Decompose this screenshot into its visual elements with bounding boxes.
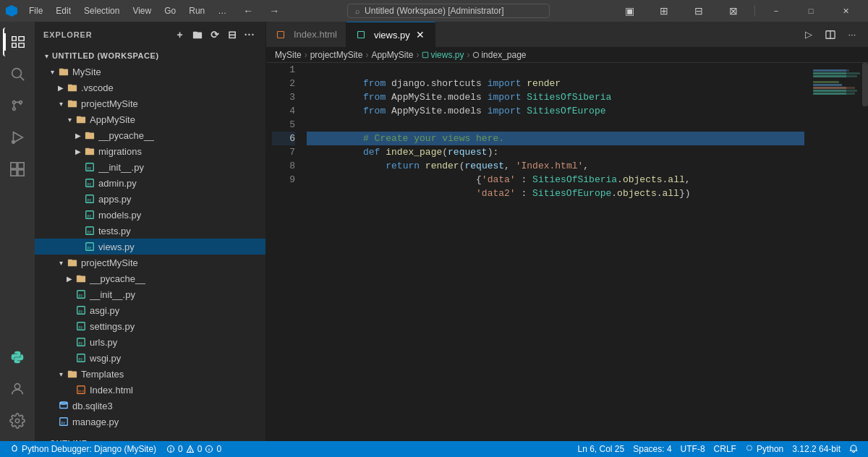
activity-python[interactable] (3, 343, 32, 372)
collapse-all-button[interactable]: ⊟ (225, 27, 239, 42)
title-search-bar[interactable]: ⌕ Untitled (Workspace) [Administrator] (347, 4, 550, 18)
status-line-ending[interactable]: CRLF (710, 441, 741, 457)
breadcrumb-sep2: › (365, 50, 368, 60)
activity-explorer[interactable] (3, 27, 32, 56)
more-actions-button[interactable]: ··· (242, 27, 257, 42)
tree-migrations[interactable]: ▶ migrations (35, 143, 265, 159)
svg-text:html: html (78, 389, 84, 393)
code-editor[interactable]: 1 2 3 4 5 6 7 8 9 from django.shortcuts … (266, 63, 868, 441)
nav-forward-button[interactable]: → (264, 1, 284, 21)
menu-run[interactable]: Run (183, 4, 210, 17)
breadcrumb-project[interactable]: projectMySite (310, 50, 363, 60)
menu-go[interactable]: Go (158, 4, 182, 17)
tree-appmysite[interactable]: ▾ AppMySite (35, 111, 265, 127)
tree-workspace[interactable]: ▾ UNTITLED (WORKSPACE) (35, 48, 265, 64)
breadcrumb-sep4: › (467, 50, 469, 60)
more-tabs-button[interactable]: ··· (842, 25, 862, 45)
new-folder-button[interactable] (190, 27, 205, 42)
layout-btn-4[interactable]: ⊠ (717, 0, 750, 22)
run-button[interactable]: ▷ (799, 25, 819, 45)
tree-pycache-app[interactable]: ▶ __pycache__ (35, 127, 265, 143)
activity-run-debug[interactable] (3, 123, 32, 152)
svg-rect-9 (11, 170, 17, 176)
activity-source-control[interactable] (3, 91, 32, 120)
status-language-label: Python (757, 444, 783, 454)
outline-section-header[interactable]: ▶ OUTLINE (35, 435, 265, 441)
status-ln-col[interactable]: Ln 6, Col 25 (573, 441, 629, 457)
status-spaces[interactable]: Spaces: 4 (629, 441, 676, 457)
tab-views-py-close[interactable]: ✕ (414, 29, 426, 40)
status-version[interactable]: 3.12.2 64-bit (788, 441, 845, 457)
tree-pycache-proj[interactable]: ▶ __pycache__ (35, 270, 265, 286)
minimize-button[interactable]: − (760, 0, 793, 22)
menu-edit[interactable]: Edit (50, 4, 77, 17)
tree-asgi-py[interactable]: py asgi.py (35, 302, 265, 318)
close-button[interactable]: ✕ (829, 0, 862, 22)
nav-back-button[interactable]: ← (238, 1, 258, 21)
manage-py-label: manage.py (72, 417, 119, 427)
apps-py-label: apps.py (98, 194, 132, 205)
activity-extensions[interactable] (3, 155, 32, 184)
tree-tests-py[interactable]: py tests.py (35, 223, 265, 239)
svg-rect-7 (11, 163, 17, 168)
tree-wsgi-py[interactable]: py wsgi.py (35, 350, 265, 366)
breadcrumb-function[interactable]: index_page (472, 50, 526, 60)
activity-settings[interactable] (3, 406, 32, 435)
status-language[interactable]: Python (741, 441, 788, 457)
activity-bottom (3, 343, 32, 435)
split-editor-button[interactable] (820, 25, 841, 45)
breadcrumb-sep3: › (416, 50, 419, 60)
init-py-icon: py (84, 161, 95, 173)
tree-urls-py[interactable]: py urls.py (35, 334, 265, 350)
tree-init-py2[interactable]: py __init__.py (35, 286, 265, 302)
new-file-button[interactable]: + (173, 27, 187, 42)
tree-settings-py[interactable]: py settings.py (35, 318, 265, 334)
activity-search[interactable] (3, 59, 32, 88)
tabs-bar: Index.html views.py ✕ ▷ ··· (266, 22, 868, 47)
svg-text:py: py (88, 213, 92, 218)
tree-admin-py[interactable]: py admin.py (35, 175, 265, 191)
status-debug[interactable]: Python Debugger: Django (MySite) (6, 441, 161, 457)
layout-btn-2[interactable]: ⊞ (647, 0, 681, 22)
menu-file[interactable]: File (23, 4, 48, 17)
tree-project-mysite[interactable]: ▾ projectMySite (35, 95, 265, 111)
tree-db-sqlite[interactable]: db.sqlite3 (35, 398, 265, 414)
tree-mysite[interactable]: ▾ MySite (35, 64, 265, 80)
tab-views-py[interactable]: views.py ✕ (346, 22, 435, 47)
status-notifications[interactable] (845, 441, 862, 457)
tree-models-py[interactable]: py models.py (35, 207, 265, 223)
svg-line-1 (20, 77, 24, 80)
status-encoding[interactable]: UTF-8 (676, 441, 710, 457)
tree-manage-py[interactable]: py manage.py (35, 414, 265, 430)
menu-selection[interactable]: Selection (78, 4, 125, 17)
svg-text:py: py (88, 181, 92, 186)
tree-init-py[interactable]: py __init__.py (35, 159, 265, 175)
appmysite-label: AppMySite (90, 114, 135, 125)
layout-btn-3[interactable]: ⊟ (682, 0, 715, 22)
activity-account[interactable] (3, 375, 32, 403)
index-html-icon: html (75, 384, 87, 396)
menu-more[interactable]: … (212, 4, 232, 17)
tree-vscode[interactable]: ▶ .vscode (35, 80, 265, 95)
models-py-icon: py (84, 209, 95, 221)
tree-project-mysite2[interactable]: ▾ projectMySite (35, 255, 265, 270)
layout-btn-1[interactable]: ▣ (613, 0, 646, 22)
tree-views-py[interactable]: py views.py (35, 239, 265, 255)
editor-area: Index.html views.py ✕ ▷ ··· (266, 22, 868, 441)
maximize-button[interactable]: □ (794, 0, 827, 22)
pycache-proj-arrow: ▶ (64, 273, 75, 284)
tree-apps-py[interactable]: py apps.py (35, 191, 265, 207)
breadcrumb-views[interactable]: views.py (422, 50, 464, 60)
refresh-button[interactable]: ⟳ (208, 27, 222, 42)
breadcrumb-app[interactable]: AppMySite (371, 50, 413, 60)
menu-view[interactable]: View (127, 4, 157, 17)
breadcrumb-mysite[interactable]: MySite (275, 50, 302, 60)
titlebar-center: ⌕ Untitled (Workspace) [Administrator] (284, 4, 613, 18)
tab-index-html[interactable]: Index.html (266, 22, 346, 47)
code-content[interactable]: from django.shortcuts import render from… (301, 63, 810, 441)
status-errors[interactable]: 0 0 0 (162, 441, 226, 457)
tree-templates[interactable]: ▾ Templates (35, 366, 265, 382)
tree-index-html[interactable]: html Index.html (35, 382, 265, 398)
tab-index-html-icon (275, 29, 286, 40)
mysite-arrow: ▾ (46, 66, 58, 77)
